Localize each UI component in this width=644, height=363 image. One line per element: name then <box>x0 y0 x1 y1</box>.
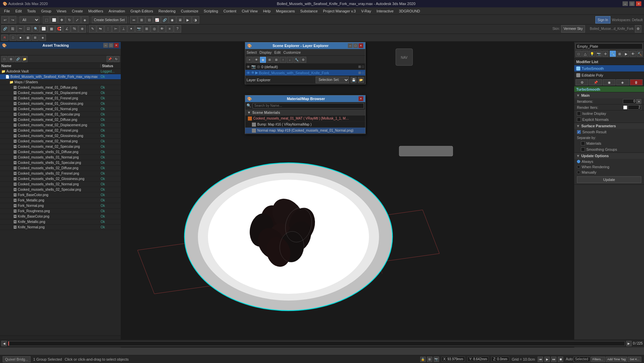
edit-mode-btn[interactable]: R <box>1 35 8 41</box>
menu-item-customize[interactable]: Customize <box>178 8 201 14</box>
modifier-item-turbosmooth[interactable]: TurboSmooth <box>574 65 644 72</box>
mat-item-2[interactable]: Bump: Map #16 ( VRayNormalMap ) <box>245 122 365 128</box>
asset-tree-item[interactable]: 🖼Cooked_mussels_meat_02_Glossiness.pngOk <box>0 133 121 139</box>
align-camera-btn[interactable]: 📷 <box>135 25 143 33</box>
status-camera-btn[interactable]: 📷 <box>434 357 439 362</box>
link-btn[interactable]: 🔗 <box>1 25 9 33</box>
sign-in-button[interactable]: Sign In <box>595 16 610 24</box>
asset-tree-item[interactable]: 🖼Cooked_mussels_shells_01_Diffuse.pngOk <box>0 149 121 155</box>
menu-item-rendering[interactable]: Rendering <box>156 8 178 14</box>
toggle-ribbon-btn[interactable]: ≡ <box>166 25 173 33</box>
ts-smoothing-groups-checkbox[interactable] <box>581 147 585 151</box>
material-editor-btn[interactable]: ◉ <box>169 16 176 24</box>
scene-tb-5[interactable]: ⊞ <box>273 57 279 63</box>
scene-menu-display[interactable]: Display <box>260 50 272 54</box>
create-geometry-btn[interactable]: □ <box>576 51 582 57</box>
scene-tb-4[interactable]: ⊞ <box>267 57 273 63</box>
ts-update-button[interactable]: Update <box>577 176 641 183</box>
asset-close-btn[interactable]: ✕ <box>114 43 119 48</box>
display-btn[interactable]: 👁 <box>630 51 636 57</box>
ts-renderiter-input[interactable] <box>628 105 641 110</box>
timeline-prev-btn[interactable]: ◀ <box>1 341 7 346</box>
schematic-view-btn[interactable]: 🔗 <box>161 16 168 24</box>
asset-tree-item[interactable]: 🖼Knife_Metallic.pngOk <box>0 219 121 225</box>
hierarchy-btn[interactable]: ⊞ <box>616 51 623 57</box>
question-btn[interactable]: ? <box>174 25 181 33</box>
timeline-next-btn[interactable]: ▶ <box>626 341 632 346</box>
asset-tree-item[interactable]: 🖼Cooked_mussels_shells_02_Normal.pngOk <box>0 182 121 187</box>
ts-surface-header[interactable]: ▼ Surface Parameters <box>574 123 644 129</box>
scene-close-btn[interactable]: ✕ <box>359 43 363 48</box>
sub-mode-2[interactable]: ■ <box>17 35 24 41</box>
undo-button[interactable]: ↩ <box>1 16 9 24</box>
asset-tree-item[interactable]: 🖼Cooked_mussels_shells_01_Specular.pngOk <box>0 160 121 166</box>
mirror-btn[interactable]: ⇔ <box>130 16 138 24</box>
sub-mode-5[interactable]: ◈ <box>39 35 46 41</box>
asset-tree-item[interactable]: 🖼Cooked_mussels_meat_01_Glossiness.pngOk <box>0 101 121 106</box>
create-shape-btn[interactable]: △ <box>582 51 588 57</box>
pin-stack-btn[interactable]: 📌 <box>589 79 602 85</box>
menu-item-create[interactable]: Create <box>69 8 86 14</box>
asset-tree-item[interactable]: 📁Maps / Shaders <box>0 80 121 85</box>
quixel-bridge-label[interactable]: Quixel Bridg... <box>3 356 31 362</box>
asset-tree-item[interactable]: 🖼Cooked_mussels_meat_02_Normal.pngOk <box>0 139 121 144</box>
minimize-button[interactable]: – <box>623 1 628 6</box>
select-region-btn[interactable]: ⬜ <box>50 16 58 24</box>
asset-tb-1[interactable]: □ <box>1 56 7 62</box>
motion-btn[interactable]: ▶ <box>623 51 629 57</box>
rotate-btn[interactable]: ↻ <box>66 16 73 24</box>
ts-iterations-input[interactable] <box>623 99 636 104</box>
ts-isoline-checkbox[interactable] <box>577 111 581 116</box>
isolate-selection-btn[interactable]: ◎ <box>151 25 158 33</box>
menu-item-3dground[interactable]: 3DGROUND <box>396 8 423 14</box>
menu-item-interactive[interactable]: Interactive <box>374 8 396 14</box>
asset-tree-item[interactable]: 🖼Cooked_mussels_shells_02_Fresnel.pngOk <box>0 171 121 176</box>
sel-set-btn-2[interactable]: 📂 <box>358 77 364 83</box>
scene-item-boiled[interactable]: 👁 ❄ ▶ Boiled_Mussels_with_Seafood_Knife_… <box>245 70 365 76</box>
scene-tb-7[interactable]: ↓ <box>287 57 293 63</box>
ts-main-header[interactable]: ▼ Main <box>574 92 644 98</box>
ts-explicit-checkbox[interactable] <box>577 118 581 122</box>
close-button[interactable]: ✕ <box>636 1 641 6</box>
asset-tree-item[interactable]: 🖼Cooked_mussels_meat_02_Specular.pngOk <box>0 144 121 149</box>
menu-item-modifiers[interactable]: Modifiers <box>86 8 106 14</box>
asset-tb-2[interactable]: ⊞ <box>8 56 14 62</box>
scale-btn[interactable]: ⤢ <box>73 16 81 24</box>
bind-space-warp-btn[interactable]: 〜 <box>17 25 24 33</box>
sub-mode-3[interactable]: ▦ <box>24 35 31 41</box>
scene-item-default[interactable]: 👁 📷 ◎ 0 (default) ⊞ □ <box>245 64 365 70</box>
render-setup-btn[interactable]: 🖥 <box>176 16 184 24</box>
object-name-input[interactable] <box>576 43 643 49</box>
hide-selection-btn[interactable]: 👁 <box>158 25 166 33</box>
object-properties-btn[interactable]: ⚙ <box>635 25 641 33</box>
asset-tree-item[interactable]: 🖼Knife_BaseColor.pngOk <box>0 214 121 219</box>
scene-menu-edit[interactable]: Edit <box>274 50 281 54</box>
mat-item-1[interactable]: Cooked_mussels_meat_01_MAT ( VRayMtl ) [… <box>245 116 365 122</box>
asset-tree-item[interactable]: 🖼Cooked_mussels_meat_02_Diffuse.pngOk <box>0 117 121 123</box>
asset-tree-item[interactable]: 🖼Cooked_mussels_meat_01_Normal.pngOk <box>0 106 121 112</box>
timeline-bar[interactable] <box>8 341 625 346</box>
modify-btn[interactable]: 🔧 <box>610 51 616 57</box>
menu-item-civil-view[interactable]: Civil View <box>239 8 260 14</box>
activeshade-btn[interactable]: ◑ <box>192 16 199 24</box>
mirror-horizontal-btn[interactable]: ⇆ <box>97 25 104 33</box>
menu-item-substance[interactable]: Substance <box>298 8 320 14</box>
asset-hscroll[interactable] <box>0 335 121 339</box>
move-btn[interactable]: ✥ <box>58 16 65 24</box>
align-btn[interactable]: ⊞ <box>138 16 145 24</box>
scene-tb-2[interactable]: 👁 <box>253 57 259 63</box>
scene-tb-8[interactable]: 🔧 <box>293 57 300 63</box>
scene-tb-3[interactable]: ◉ <box>260 57 266 63</box>
asset-maximize-btn[interactable]: □ <box>109 43 113 48</box>
spinner-snap-btn[interactable]: ⊕ <box>78 25 86 33</box>
select-object-btn[interactable]: ⬚ <box>43 16 50 24</box>
menu-item-project-manager-v.3[interactable]: Project Manager v.3 <box>320 8 359 14</box>
asset-tb-3[interactable]: 🔗 <box>15 56 21 62</box>
sub-mode-4[interactable]: ⊞ <box>32 35 39 41</box>
edit-named-selection-btn[interactable]: ✎ <box>89 25 96 33</box>
status-grid-btn[interactable]: ⊞ <box>427 357 432 362</box>
scene-maximize-btn[interactable]: □ <box>353 43 358 48</box>
menu-item-help[interactable]: Help <box>260 8 273 14</box>
remove-mod-btn[interactable]: 🗑 <box>630 79 643 85</box>
asset-tree-item[interactable]: 🖼Cooked_mussels_meat_01_Fresnel.pngOk <box>0 96 121 101</box>
